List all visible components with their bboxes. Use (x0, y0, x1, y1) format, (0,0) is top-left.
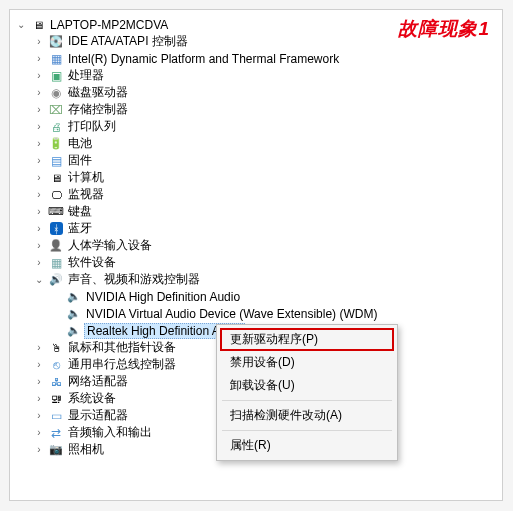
disc-icon (48, 85, 64, 101)
annotation-badge: 故障现象1 (398, 16, 490, 42)
sys-icon (48, 391, 64, 407)
expander-icon[interactable]: › (32, 36, 46, 47)
tree-node-14-1[interactable]: NVIDIA Virtual Audio Device (Wave Extens… (14, 305, 498, 322)
tree-node-9[interactable]: ›监视器 (14, 186, 498, 203)
tree-node-label: 鼠标和其他指针设备 (66, 339, 178, 356)
tree-node-14[interactable]: ⌄声音、视频和游戏控制器 (14, 271, 498, 288)
tree-node-1[interactable]: ›Intel(R) Dynamic Platform and Thermal F… (14, 50, 498, 67)
tree-node-label: 蓝牙 (66, 220, 94, 237)
tree-node-label: 存储控制器 (66, 101, 130, 118)
tree-node-label: NVIDIA High Definition Audio (84, 290, 242, 304)
context-menu-item[interactable]: 更新驱动程序(P) (220, 328, 394, 351)
tree-node-label: 打印队列 (66, 118, 118, 135)
tree-node-label: 计算机 (66, 169, 106, 186)
expander-icon[interactable]: › (32, 376, 46, 387)
expander-icon[interactable]: › (32, 121, 46, 132)
device-manager-panel: 故障现象1 ⌄LAPTOP-MP2MCDVA›IDE ATA/ATAPI 控制器… (9, 9, 503, 501)
tree-node-label: 通用串行总线控制器 (66, 356, 178, 373)
expander-icon[interactable]: › (32, 189, 46, 200)
tree-node-4[interactable]: ›存储控制器 (14, 101, 498, 118)
tree-node-label: IDE ATA/ATAPI 控制器 (66, 33, 190, 50)
tree-node-label: 网络适配器 (66, 373, 130, 390)
tree-node-label: 磁盘驱动器 (66, 84, 130, 101)
printq-icon (48, 119, 64, 135)
expander-icon[interactable]: › (32, 444, 46, 455)
expander-icon[interactable]: ⌄ (14, 19, 28, 30)
firm-icon (48, 153, 64, 169)
hid-icon (48, 238, 64, 254)
expander-icon[interactable]: › (32, 87, 46, 98)
soft-icon (48, 255, 64, 271)
tree-node-2[interactable]: ›处理器 (14, 67, 498, 84)
mouse-icon (48, 340, 64, 356)
tree-node-label: Intel(R) Dynamic Platform and Thermal Fr… (66, 52, 341, 66)
tree-node-label: 系统设备 (66, 390, 118, 407)
expander-icon[interactable]: › (32, 342, 46, 353)
cpu-icon (48, 68, 64, 84)
cam-icon (48, 442, 64, 458)
expander-icon[interactable]: › (32, 53, 46, 64)
tree-node-label: 监视器 (66, 186, 106, 203)
net-icon (48, 374, 64, 390)
context-menu-item[interactable]: 禁用设备(D) (220, 351, 394, 374)
disp-icon (48, 408, 64, 424)
tree-node-label: 固件 (66, 152, 94, 169)
disk-icon (48, 102, 64, 118)
tree-node-label: 人体学输入设备 (66, 237, 154, 254)
expander-icon[interactable]: › (32, 427, 46, 438)
tree-node-label: 声音、视频和游戏控制器 (66, 271, 202, 288)
tree-node-label: NVIDIA Virtual Audio Device (Wave Extens… (84, 307, 379, 321)
expander-icon[interactable]: › (32, 104, 46, 115)
tree-node-7[interactable]: ›固件 (14, 152, 498, 169)
mon-icon (48, 187, 64, 203)
chip-icon (48, 51, 64, 67)
expander-icon[interactable]: › (32, 70, 46, 81)
context-menu-separator (222, 400, 392, 401)
expander-icon[interactable]: › (32, 223, 46, 234)
spk-icon (66, 289, 82, 305)
expander-icon[interactable]: › (32, 393, 46, 404)
context-menu-item[interactable]: 卸载设备(U) (220, 374, 394, 397)
snd-icon (48, 272, 64, 288)
tree-node-label: 处理器 (66, 67, 106, 84)
expander-icon[interactable]: › (32, 206, 46, 217)
aio-icon (48, 425, 64, 441)
tree-node-6[interactable]: ›电池 (14, 135, 498, 152)
spk-icon (66, 323, 82, 339)
comp-icon (48, 170, 64, 186)
tree-node-label: 照相机 (66, 441, 106, 458)
context-menu-separator (222, 430, 392, 431)
tree-node-5[interactable]: ›打印队列 (14, 118, 498, 135)
expander-icon[interactable]: › (32, 155, 46, 166)
expander-icon[interactable]: › (32, 138, 46, 149)
context-menu-item[interactable]: 扫描检测硬件改动(A) (220, 404, 394, 427)
tree-node-label: 显示适配器 (66, 407, 130, 424)
ide-icon (48, 34, 64, 50)
tree-node-label: 电池 (66, 135, 94, 152)
bt-icon (48, 221, 64, 237)
spk-icon (66, 306, 82, 322)
tree-node-12[interactable]: ›人体学输入设备 (14, 237, 498, 254)
context-menu: 更新驱动程序(P)禁用设备(D)卸载设备(U)扫描检测硬件改动(A)属性(R) (216, 324, 398, 461)
expander-icon[interactable]: › (32, 410, 46, 421)
expander-icon[interactable]: › (32, 172, 46, 183)
context-menu-item[interactable]: 属性(R) (220, 434, 394, 457)
usb-icon (48, 357, 64, 373)
tree-node-label: 软件设备 (66, 254, 118, 271)
tree-node-label: LAPTOP-MP2MCDVA (48, 18, 170, 32)
expander-icon[interactable]: › (32, 359, 46, 370)
tree-node-14-0[interactable]: NVIDIA High Definition Audio (14, 288, 498, 305)
expander-icon[interactable]: › (32, 257, 46, 268)
expander-icon[interactable]: ⌄ (32, 274, 46, 285)
tree-node-8[interactable]: ›计算机 (14, 169, 498, 186)
tree-node-10[interactable]: ›键盘 (14, 203, 498, 220)
tree-node-13[interactable]: ›软件设备 (14, 254, 498, 271)
batt-icon (48, 136, 64, 152)
expander-icon[interactable]: › (32, 240, 46, 251)
tree-node-label: 音频输入和输出 (66, 424, 154, 441)
tree-node-3[interactable]: ›磁盘驱动器 (14, 84, 498, 101)
tree-node-label: 键盘 (66, 203, 94, 220)
tree-node-11[interactable]: ›蓝牙 (14, 220, 498, 237)
kbd-icon (48, 204, 64, 220)
pc-icon (30, 17, 46, 33)
